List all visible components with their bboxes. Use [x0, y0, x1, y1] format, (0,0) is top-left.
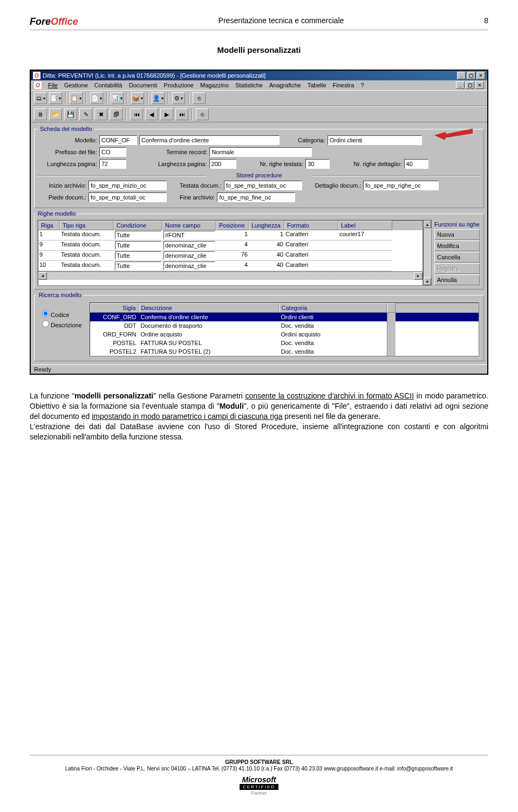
col-condizione[interactable]: Condizione — [114, 221, 162, 230]
righe-dettaglio-input[interactable] — [404, 159, 428, 169]
first-button[interactable]: ⏮ — [130, 108, 143, 120]
toolbar-btn-1[interactable]: 🗂 — [34, 92, 47, 104]
col-lunghezza[interactable]: Lunghezza — [249, 221, 284, 230]
col-label[interactable]: Label — [338, 221, 392, 230]
maximize-button[interactable]: ▢ — [467, 72, 475, 79]
prev-button[interactable]: ◀ — [145, 108, 158, 120]
close-form-button[interactable]: ⎋ — [196, 108, 209, 120]
scroll-down-button[interactable]: ▾ — [424, 278, 431, 285]
minimize-button[interactable]: _ — [457, 72, 466, 79]
form-toolbar: 🗎 📂 💾 ✎ ✖ 🗐 ⏮ ◀ ▶ ⏭ ⎋ — [31, 106, 487, 122]
dettaglio-docum-input[interactable] — [363, 181, 439, 190]
logo: ForeOffice — [30, 16, 78, 27]
righe-grid[interactable]: Riga Tipo riga Condizione Nome campo Pos… — [38, 220, 423, 286]
last-button[interactable]: ⏭ — [175, 108, 188, 120]
toolbar-btn-5[interactable]: 📊 — [111, 92, 124, 104]
termine-label: Termine record: — [166, 149, 207, 155]
col-riga[interactable]: Riga — [38, 221, 60, 230]
new-button[interactable]: 🗎 — [34, 108, 47, 120]
modello-desc-input[interactable] — [139, 135, 280, 145]
righe-modello-group: Righe modello Riga Tipo riga Condizione … — [34, 210, 484, 290]
scroll-left-button[interactable]: ◂ — [38, 272, 47, 280]
righe-testata-input[interactable] — [305, 159, 330, 169]
toolbar-btn-3[interactable]: 📋 — [70, 92, 83, 104]
copy-button[interactable]: 🗐 — [110, 108, 122, 120]
search-row[interactable]: DDTDocumento di trasportoDoc. vendita — [90, 321, 479, 330]
page-number: 8 — [484, 16, 488, 25]
fine-archivio-input[interactable] — [217, 192, 295, 202]
larg-pagina-label: Larghezza pagina: — [158, 161, 207, 167]
menu-contabilita[interactable]: Contabilità — [94, 82, 122, 88]
menu-statistiche[interactable]: Statistiche — [235, 82, 263, 88]
toolbar-btn-2[interactable]: 📑 — [49, 92, 62, 104]
table-row[interactable]: 9Testata docum.440Caratteri — [38, 240, 422, 251]
menu-anagrafiche[interactable]: Anagrafiche — [269, 82, 301, 88]
menu-documenti[interactable]: Documenti — [129, 82, 158, 88]
col-posizione[interactable]: Posizione — [216, 221, 249, 230]
search-row[interactable]: POSTELFATTURA SU POSTELDoc. vendita — [90, 339, 479, 347]
larg-pagina-input[interactable] — [209, 159, 236, 169]
menu-gestione[interactable]: Gestione — [64, 82, 88, 88]
toolbar-btn-4[interactable]: 📄 — [90, 92, 103, 104]
search-row[interactable]: POSTEL2FATTURA SU POSTEL (2)Doc. vendita — [90, 347, 479, 356]
app-window: O Ditta: PREVENTIVI (Lic. int. a p.iva 0… — [30, 70, 488, 375]
section-title: Modelli personalizzati — [30, 45, 488, 54]
toolbar-btn-7[interactable]: 👤 — [152, 92, 165, 104]
table-row[interactable]: 10Testata docum.440Caratteri — [38, 261, 422, 271]
col-desc[interactable]: Descrizione — [139, 303, 279, 313]
delete-button[interactable]: ✖ — [94, 108, 107, 120]
col-formato[interactable]: Formato — [284, 221, 338, 230]
col-categoria[interactable]: Categoria — [279, 303, 387, 313]
col-nomecampo[interactable]: Nome campo — [162, 221, 216, 230]
col-sigla[interactable]: Sigla — [90, 303, 139, 313]
search-row[interactable]: CONF_ORDConferma d'ordine clienteOrdini … — [90, 313, 479, 321]
radio-codice[interactable]: Codice — [42, 310, 82, 318]
open-button[interactable]: 📂 — [49, 108, 62, 120]
toolbar-btn-6[interactable]: 📦 — [131, 92, 144, 104]
next-button[interactable]: ▶ — [160, 108, 173, 120]
cancella-button[interactable]: Cancella — [434, 252, 480, 263]
scroll-right-button[interactable]: ▸ — [414, 272, 422, 280]
search-result-table[interactable]: Sigla Descrizione Categoria CONF_ORDConf… — [90, 302, 479, 356]
app-icon: O — [33, 72, 40, 79]
annulla-button[interactable]: Annulla — [434, 274, 480, 285]
nuova-button[interactable]: Nuova — [434, 229, 480, 240]
testata-docum-input[interactable] — [224, 181, 302, 190]
mdi-minimize-button[interactable]: _ — [456, 81, 465, 89]
toolbar-btn-8[interactable]: ⚙ — [172, 92, 185, 104]
menu-file[interactable]: File — [48, 82, 58, 88]
scroll-up-button[interactable]: ▴ — [424, 221, 431, 228]
mdi-maximize-button[interactable]: ▢ — [466, 81, 474, 89]
menu-magazzino[interactable]: Magazzino — [200, 82, 229, 88]
table-row[interactable]: 1Testata docum.11Carattericourier17 — [38, 230, 422, 240]
categoria-input[interactable] — [328, 135, 422, 145]
piede-docum-input[interactable] — [88, 192, 167, 202]
edit-button[interactable]: ✎ — [79, 108, 92, 120]
lung-pagina-input[interactable] — [99, 159, 126, 169]
mdi-close-button[interactable]: × — [475, 81, 484, 89]
menu-tabelle[interactable]: Tabelle — [308, 82, 326, 88]
dettaglio-docum-label: Dettaglio docum.: — [315, 182, 362, 189]
modifica-button[interactable]: Modifica — [434, 240, 480, 251]
menu-help[interactable]: ? — [360, 82, 364, 88]
grid-vscrollbar[interactable]: ▴ ▾ — [423, 220, 432, 286]
menu-produzione[interactable]: Produzione — [163, 82, 194, 88]
search-row[interactable]: ORD_FORNOrdine acquistoOrdini acquisto — [90, 330, 479, 339]
prefisso-input[interactable] — [99, 147, 126, 157]
menu-finestra[interactable]: Finestra — [333, 82, 355, 88]
categoria-label: Categoria: — [298, 137, 325, 143]
close-button[interactable]: × — [476, 72, 485, 79]
col-tipo[interactable]: Tipo riga — [60, 221, 114, 230]
grid-hscrollbar[interactable]: ◂ ▸ — [38, 271, 422, 280]
table-row[interactable]: 9Testata docum.7640Caratteri — [38, 251, 422, 261]
page-footer: GRUPPO SOFTWARE SRL Latina Fiori - Orchi… — [30, 755, 488, 796]
testata-docum-label: Testata docum.: — [180, 182, 222, 189]
termine-input[interactable] — [209, 147, 312, 157]
righe-testata-label: Nr. righe testata: — [260, 161, 304, 167]
modello-code-input[interactable] — [99, 135, 137, 145]
radio-descrizione[interactable]: Descrizione — [42, 320, 82, 328]
toolbar-exit-button[interactable]: ⎋ — [193, 92, 206, 104]
inizio-archivio-input[interactable] — [88, 181, 167, 190]
ricerca-legend: Ricerca modello — [37, 292, 84, 298]
save-button[interactable]: 💾 — [64, 108, 77, 120]
